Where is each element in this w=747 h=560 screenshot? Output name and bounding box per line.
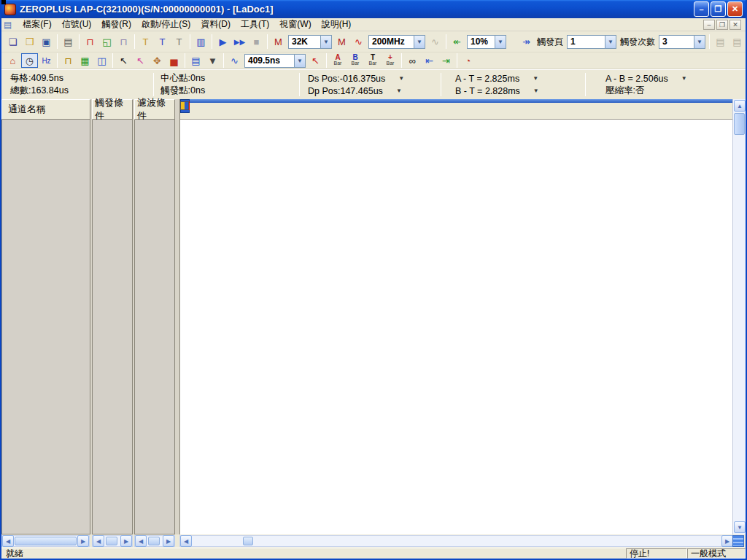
run-button[interactable]: ▶ [214, 34, 231, 50]
toolbar-separator [57, 34, 58, 49]
zoom-prev-icon[interactable]: ↞ [449, 34, 465, 50]
toolbar-separator [401, 53, 402, 68]
stop-button[interactable]: ■ [248, 34, 265, 50]
filter-hscrollbar[interactable]: ◀ ▶ [134, 535, 175, 547]
menu-T[interactable]: 工具(T) [236, 18, 274, 30]
wave-scroll-right[interactable]: ▶ [721, 535, 733, 547]
hand-tool-icon[interactable]: ✥ [149, 53, 166, 68]
listing-view-icon[interactable]: ▦ [77, 53, 93, 68]
waveform-hscrollbar[interactable]: ◀ ▶ [179, 535, 734, 547]
scroll-up-button[interactable]: ▲ [734, 100, 746, 112]
trigger-count-combo[interactable]: 3▼ [659, 35, 705, 49]
vertical-scroll-thumb[interactable] [734, 113, 745, 135]
resize-grip[interactable] [732, 535, 744, 547]
menu-U[interactable]: 信號(U) [57, 18, 97, 30]
goto-trigger-page-icon[interactable]: ↠ [518, 34, 535, 50]
filter-scroll-right[interactable]: ▶ [163, 535, 174, 547]
frequency-icon[interactable]: Hz [38, 53, 55, 68]
names-hscrollbar[interactable]: ◀ ▶ [1, 535, 90, 547]
refresh-clock-icon[interactable]: ◔ [460, 53, 476, 68]
print-icon[interactable]: ▤ [60, 34, 77, 50]
vertical-scrollbar[interactable]: ▲ ▼ [732, 99, 746, 534]
restore-button[interactable]: ❐ [711, 1, 726, 17]
scroll-down-button[interactable]: ▼ [734, 521, 746, 533]
capture-region-icon[interactable]: ◱ [98, 34, 115, 50]
trigger-page-combo[interactable]: 1▼ [567, 35, 616, 49]
b-bar-button[interactable]: BBar [347, 53, 364, 69]
mdi-close-button[interactable]: ✕ [729, 20, 741, 30]
display-range-combo[interactable]: 409.5ns▼ [244, 54, 306, 68]
trigger-hscrollbar[interactable]: ◀ ▶ [92, 535, 133, 547]
wave-mode-icon[interactable]: ▤ [187, 53, 204, 68]
memory-page-next-icon[interactable]: M [333, 34, 350, 50]
trigger-page-combo-dropdown-icon[interactable]: ▼ [605, 35, 616, 49]
next-edge-icon[interactable]: ⇥ [438, 53, 454, 68]
display-range-combo-dropdown-icon[interactable]: ▼ [294, 54, 306, 68]
sample-rate-combo-dropdown-icon[interactable]: ▼ [414, 35, 425, 49]
a-b-dropdown[interactable]: ▼ [678, 74, 690, 84]
memory-page-prev-icon[interactable]: M [270, 34, 287, 50]
sample-depth-combo-value: 32K [288, 35, 320, 49]
menu-S[interactable]: 啟動/停止(S) [136, 18, 196, 30]
wave-scroll-thumb[interactable] [243, 537, 253, 545]
add-bar-button[interactable]: +Bar [382, 53, 399, 69]
names-scroll-right[interactable]: ▶ [77, 535, 89, 547]
ds-pos-dropdown[interactable]: ▼ [395, 74, 407, 84]
save-icon[interactable]: ▣ [38, 34, 55, 50]
zoom-sample-icon[interactable]: ∿ [226, 53, 243, 68]
zoom-ratio-combo-dropdown-icon[interactable]: ▼ [495, 35, 506, 49]
close-button[interactable]: ✕ [727, 1, 743, 17]
waveform-canvas [180, 120, 735, 534]
trigger-count-combo-dropdown-icon[interactable]: ▼ [694, 35, 705, 49]
t-bar-button[interactable]: TBar [364, 53, 382, 69]
toolbar-separator [134, 34, 135, 49]
pulse-width-icon[interactable]: ⊓ [115, 34, 132, 50]
trigger-scroll-right[interactable]: ▶ [120, 535, 132, 547]
navigator-view-icon[interactable]: ◫ [93, 53, 110, 68]
bar-chart-icon[interactable]: ▅ [166, 53, 182, 68]
cursor-icon[interactable]: ↖ [115, 53, 132, 68]
find-icon[interactable]: ∞ [404, 53, 421, 68]
trigger-property-icon[interactable]: T [137, 34, 154, 50]
clock-icon[interactable]: ◷ [21, 53, 38, 68]
channel-name-header: 通道名稱 [1, 99, 90, 120]
mdi-minimize-button[interactable]: – [703, 20, 715, 30]
menu-W[interactable]: 視窗(W) [274, 18, 316, 30]
ds-position-marker[interactable] [180, 101, 189, 110]
signal-pulse-icon[interactable]: ∿ [350, 34, 367, 50]
dp-pos-dropdown[interactable]: ▼ [393, 86, 405, 96]
new-file-icon[interactable]: ❏ [4, 34, 21, 50]
waveform-pane[interactable]: 3 T [179, 99, 734, 534]
menu-R[interactable]: 觸發(R) [96, 18, 136, 30]
select-cursor-icon[interactable]: ↖ [132, 53, 149, 68]
goto-trigger-icon[interactable]: ↖ [307, 53, 324, 68]
app-icon [4, 4, 16, 15]
prev-edge-icon[interactable]: ⇤ [421, 53, 438, 68]
zoom-ratio-combo[interactable]: 10%▼ [467, 35, 506, 49]
b-t-dropdown[interactable]: ▼ [530, 86, 542, 96]
sample-rate-combo[interactable]: 200MHz▼ [368, 35, 425, 49]
minimize-button[interactable]: – [694, 1, 709, 17]
sample-depth-combo-dropdown-icon[interactable]: ▼ [320, 35, 332, 49]
waveform-view-icon[interactable]: ⊓ [60, 53, 77, 68]
sample-depth-combo[interactable]: 32K▼ [288, 35, 332, 49]
trigger-range-icon[interactable]: T [171, 34, 187, 50]
wave-scroll-left[interactable]: ◀ [180, 535, 192, 547]
menu-D[interactable]: 資料(D) [196, 18, 236, 30]
menu-H[interactable]: 說明(H) [317, 18, 357, 30]
trigger-scroll-left[interactable]: ◀ [93, 535, 104, 547]
menu-F[interactable]: 檔案(F) [18, 18, 56, 30]
names-scroll-left[interactable]: ◀ [2, 535, 14, 547]
a-t-dropdown[interactable]: ▼ [530, 74, 541, 84]
a-bar-button[interactable]: ABar [329, 53, 347, 69]
wave-mode-dropdown[interactable]: ▼ [204, 53, 221, 68]
filter-scroll-left[interactable]: ◀ [135, 535, 147, 547]
repeat-run-button[interactable]: ▶▶ [231, 34, 248, 50]
bus-analysis-icon[interactable]: ▥ [193, 34, 209, 50]
sampling-setup-icon[interactable]: ⊓ [82, 34, 98, 50]
home-icon[interactable]: ⌂ [4, 53, 21, 68]
open-file-icon[interactable]: ❒ [21, 34, 38, 50]
mdi-restore-button[interactable]: ❐ [716, 20, 728, 30]
trigger-content-icon[interactable]: T [154, 34, 171, 50]
trigger-page-label: 觸發頁 [537, 36, 563, 48]
